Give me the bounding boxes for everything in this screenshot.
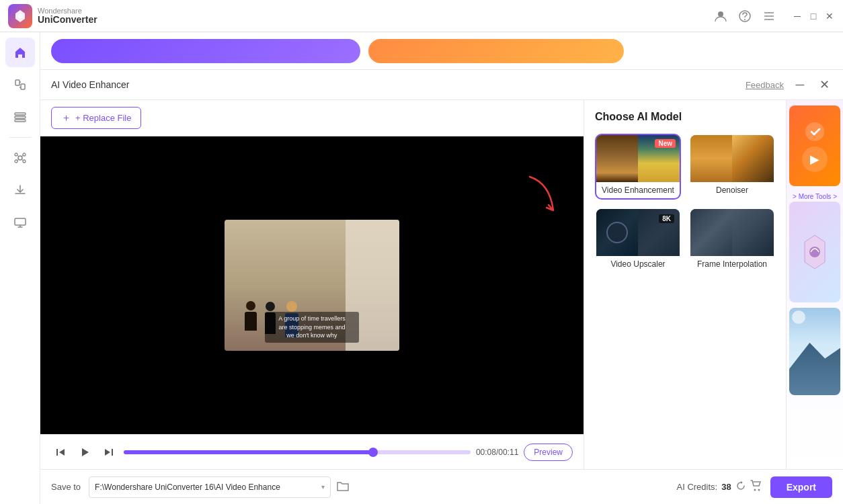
sidebar	[0, 32, 40, 504]
refresh-credits-icon[interactable]	[735, 480, 746, 493]
panel-header-right: Feedback ─ ✕	[746, 77, 832, 93]
svg-point-0	[18, 14, 22, 18]
sidebar-item-tools[interactable]	[5, 102, 35, 132]
minimize-button[interactable]: ─	[792, 11, 803, 22]
sidebar-item-home[interactable]	[5, 38, 35, 67]
app-window: Wondershare UniConverter	[0, 0, 843, 504]
time-display: 00:08/00:11	[476, 448, 518, 457]
sidebar-item-ai[interactable]	[5, 143, 35, 173]
svg-rect-11	[15, 120, 26, 122]
preview-button[interactable]: Preview	[524, 444, 573, 461]
model-label-video-enhance: Video Enhancement	[596, 182, 680, 198]
model-thumb-upscaler: 8K	[596, 209, 680, 256]
skip-back-button[interactable]	[51, 443, 70, 462]
svg-rect-22	[56, 449, 58, 456]
play-button[interactable]	[75, 443, 94, 462]
svg-point-3	[744, 19, 746, 20]
support-icon[interactable]	[738, 9, 752, 23]
save-to-label: Save to	[51, 482, 81, 492]
nav-button-purple[interactable]	[51, 39, 360, 63]
ai-model-panel: Choose AI Model New	[584, 100, 786, 469]
more-tools-link[interactable]: > More Tools >	[790, 192, 840, 202]
user-profile-icon[interactable]	[714, 9, 727, 23]
video-section: ＋ + Replace File	[40, 100, 584, 469]
video-toolbar: ＋ + Replace File	[40, 100, 584, 136]
ai-credits-value: 38	[721, 482, 731, 492]
svg-rect-9	[15, 113, 26, 115]
replace-file-button[interactable]: ＋ + Replace File	[51, 107, 141, 129]
model-card-video-enhancement[interactable]: New Video Enhancement	[595, 134, 681, 200]
path-wrapper: F:\Wondershare UniConverter 16\AI Video …	[89, 476, 668, 498]
new-badge: New	[655, 139, 676, 148]
content-area: AI Video Enhancer Feedback ─ ✕ ＋	[40, 32, 843, 504]
close-button[interactable]: ✕	[824, 11, 835, 22]
progress-bar[interactable]	[124, 450, 471, 454]
svg-rect-7	[15, 80, 19, 85]
video-frame: A group of time travellers are stopping …	[225, 220, 399, 351]
panel-header: AI Video Enhancer Feedback ─ ✕	[40, 70, 843, 100]
sidebar-item-download[interactable]	[5, 175, 35, 205]
svg-point-27	[758, 489, 760, 491]
svg-rect-21	[15, 218, 26, 225]
logo-area: Wondershare UniConverter	[8, 4, 714, 28]
svg-rect-10	[15, 116, 26, 118]
sidebar-divider	[9, 137, 31, 138]
panel-close-button[interactable]: ✕	[816, 77, 832, 93]
bottom-bar: Save to F:\Wondershare UniConverter 16\A…	[40, 469, 843, 504]
svg-rect-23	[112, 449, 113, 456]
video-subtitle: A group of time travellers are stopping …	[265, 312, 359, 343]
svg-point-14	[23, 153, 26, 156]
playback-controls: 00:08/00:11 Preview	[40, 434, 584, 469]
panel-body: ＋ + Replace File	[40, 100, 843, 469]
model-thumb-denoiser	[690, 135, 774, 182]
folder-browse-icon[interactable]	[336, 479, 350, 495]
ai-credits-label: AI Credits:	[677, 482, 718, 492]
promo-card-mountain[interactable]	[789, 308, 840, 395]
model-thumb-interpolation	[690, 209, 774, 256]
feedback-link[interactable]: Feedback	[746, 80, 784, 90]
model-card-denoiser[interactable]: Denoiser	[689, 134, 775, 200]
promo-card-orange[interactable]: ▶	[789, 106, 840, 186]
path-text: F:\Wondershare UniConverter 16\AI Video …	[95, 482, 319, 492]
panel-title: AI Video Enhancer	[51, 79, 130, 90]
main-layout: AI Video Enhancer Feedback ─ ✕ ＋	[0, 32, 843, 504]
skip-forward-button[interactable]	[99, 443, 118, 462]
menu-icon[interactable]	[762, 9, 776, 23]
path-dropdown-icon[interactable]: ▾	[321, 483, 325, 491]
enhancer-panel: AI Video Enhancer Feedback ─ ✕ ＋	[40, 70, 843, 504]
logo-text: Wondershare UniConverter	[38, 7, 97, 25]
model-label-interpolation: Frame Interpolation	[690, 256, 774, 272]
ai-model-title: Choose AI Model	[595, 111, 775, 123]
svg-rect-8	[21, 84, 25, 89]
video-player: A group of time travellers are stopping …	[40, 136, 584, 434]
sidebar-item-screen[interactable]	[5, 208, 35, 237]
logo-product: UniConverter	[38, 15, 97, 25]
model-label-denoiser: Denoiser	[690, 182, 774, 198]
model-card-video-upscaler[interactable]: 8K Video Upscaler	[595, 208, 681, 274]
title-bar: Wondershare UniConverter	[0, 0, 843, 32]
progress-fill	[124, 450, 373, 454]
svg-point-16	[23, 160, 26, 163]
nav-button-orange[interactable]	[368, 39, 624, 63]
svg-point-15	[15, 160, 17, 163]
replace-file-label: + Replace File	[75, 113, 131, 123]
panel-minimize-button[interactable]: ─	[792, 77, 808, 93]
svg-point-13	[15, 153, 17, 156]
model-card-frame-interpolation[interactable]: Frame Interpolation	[689, 208, 775, 274]
svg-point-1	[718, 11, 723, 17]
window-controls: ─ □ ✕	[792, 11, 835, 22]
right-sidebar: ▶ > More Tools >	[786, 100, 843, 469]
path-input-box[interactable]: F:\Wondershare UniConverter 16\AI Video …	[89, 476, 331, 498]
cart-icon[interactable]	[750, 480, 762, 495]
app-logo-icon	[8, 4, 32, 28]
model-thumb-video-enhance: New	[596, 135, 680, 182]
maximize-button[interactable]: □	[808, 11, 819, 22]
model-grid: New Video Enhancement Denoiser	[595, 134, 775, 274]
progress-handle[interactable]	[368, 448, 378, 457]
export-button[interactable]: Export	[770, 476, 832, 498]
promo-card-purple[interactable]	[789, 202, 840, 302]
title-bar-controls: ─ □ ✕	[714, 9, 835, 23]
top-nav	[40, 32, 843, 70]
sidebar-item-convert[interactable]	[5, 70, 35, 99]
credits-area: AI Credits: 38	[677, 480, 762, 495]
